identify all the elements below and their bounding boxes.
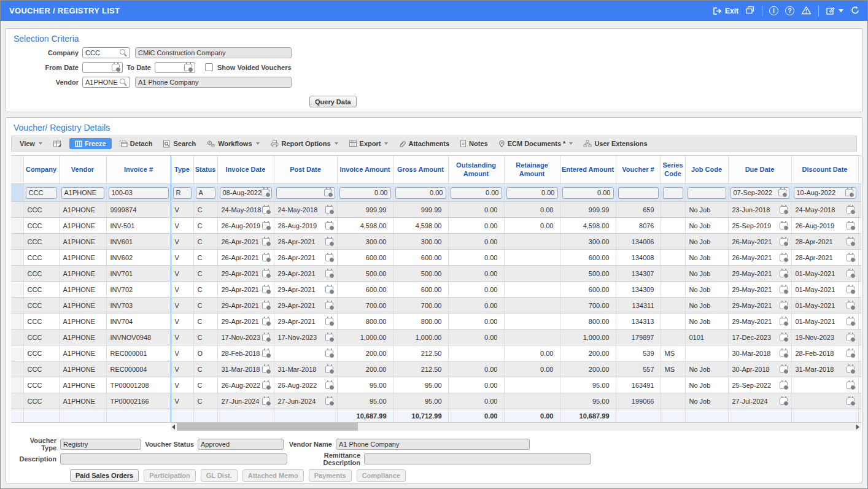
cell-retainage_amount[interactable]	[504, 282, 560, 298]
cell-outstanding_amount[interactable]: 0.00	[448, 393, 504, 409]
cell-retainage_amount[interactable]	[504, 314, 560, 329]
cell-voucher_no[interactable]: 8076	[616, 218, 661, 234]
row-selector[interactable]	[11, 298, 23, 314]
cell-series_code[interactable]	[661, 329, 685, 345]
calendar-icon[interactable]	[325, 318, 333, 325]
cell-retainage_amount[interactable]: 0.00	[504, 361, 560, 377]
cell-post_date[interactable]: 26-Aug-2019	[274, 218, 337, 234]
cell-post_date[interactable]: 26-Apr-2021	[274, 234, 337, 250]
cell-outstanding_amount[interactable]: 0.00	[448, 266, 504, 282]
cell-invoice_date[interactable]: 29-Apr-2021	[217, 314, 274, 329]
cell-vendor[interactable]: A1PHONE	[59, 234, 106, 250]
cell-status[interactable]: O	[193, 345, 217, 361]
calendar-icon[interactable]	[780, 318, 788, 325]
row-selector[interactable]	[11, 250, 23, 266]
cell-entered_amount[interactable]: 300.00	[560, 234, 616, 250]
cell-series_code[interactable]	[661, 314, 685, 329]
cell-retainage_amount[interactable]	[504, 234, 560, 250]
cell-outstanding_amount[interactable]: 0.00	[448, 377, 504, 393]
cell-discount_date[interactable]: 26-Aug-2019	[791, 218, 858, 234]
cell-discount_date[interactable]: 01-May-2021	[791, 314, 858, 329]
cell-status[interactable]: C	[193, 282, 217, 298]
cell-gross_amount[interactable]: 600.00	[393, 250, 448, 266]
cell-series_code[interactable]	[661, 282, 685, 298]
cell-job_code[interactable]: No Job	[685, 361, 728, 377]
footer-button-participation[interactable]: Participation	[144, 469, 196, 482]
calendar-icon[interactable]	[325, 350, 333, 357]
cell-series_code[interactable]	[661, 184, 685, 202]
calendar-icon[interactable]	[325, 222, 333, 229]
cell-gross_amount[interactable]: 999.99	[393, 202, 448, 218]
to-date-input[interactable]	[155, 62, 195, 73]
cell-vendor[interactable]: A1PHONE	[59, 377, 106, 393]
cell-outstanding_amount[interactable]	[448, 345, 504, 361]
exit-button[interactable]: Exit	[713, 7, 738, 15]
cell-voucher_no[interactable]: 659	[616, 202, 661, 218]
calendar-icon[interactable]	[112, 64, 120, 71]
cell-invoice_no[interactable]: INV-501	[106, 218, 171, 234]
cell-vendor[interactable]: A1PHONE	[59, 345, 106, 361]
row-selector[interactable]	[11, 393, 23, 409]
calendar-icon[interactable]	[847, 318, 854, 325]
cell-vendor[interactable]: A1PHONE	[59, 298, 106, 314]
cell-job_code[interactable]: 0101	[685, 329, 728, 345]
calendar-icon[interactable]	[847, 222, 854, 229]
cell-outstanding_amount[interactable]: 0.00	[448, 361, 504, 377]
calendar-icon[interactable]	[780, 254, 788, 261]
toolbar-notes-button[interactable]: Notes	[457, 139, 491, 148]
cell-outstanding_amount[interactable]: 0.00	[448, 218, 504, 234]
calendar-icon[interactable]	[847, 254, 854, 261]
cell-due_date[interactable]: 26-May-2021	[728, 234, 791, 250]
cell-type[interactable]: V	[171, 234, 193, 250]
show-voided-checkbox[interactable]	[205, 63, 213, 71]
cell-vendor[interactable]: A1PHONE	[59, 282, 106, 298]
cell-job_code[interactable]: No Job	[685, 218, 728, 234]
column-header-job_code[interactable]: Job Code	[685, 156, 728, 184]
description-field[interactable]	[60, 453, 287, 464]
cell-retainage_amount[interactable]	[504, 250, 560, 266]
column-header-retainage_amount[interactable]: Retainage Amount	[504, 156, 560, 184]
row-selector[interactable]	[11, 184, 23, 202]
cell-discount_date[interactable]: 19-Nov-2023	[791, 329, 858, 345]
cell-invoice_amount[interactable]: 700.00	[337, 298, 393, 314]
cell-retainage_amount[interactable]: 0.00	[504, 345, 560, 361]
cell-due_date[interactable]: 30-Apr-2018	[728, 361, 791, 377]
cell-invoice_date[interactable]: 29-Apr-2021	[217, 298, 274, 314]
cell-job_code[interactable]: No Job	[685, 377, 728, 393]
calendar-icon[interactable]	[780, 366, 788, 373]
column-header-status[interactable]: Status	[193, 156, 217, 184]
cell-entered_amount[interactable]: 700.00	[560, 298, 616, 314]
cell-post_date[interactable]: 29-Apr-2021	[274, 298, 337, 314]
cell-entered_amount[interactable]: 4,598.00	[560, 218, 616, 234]
cell-invoice_no[interactable]: TP00002166	[106, 393, 171, 409]
from-date-input[interactable]	[82, 62, 123, 73]
cell-voucher_no[interactable]: 134311	[616, 298, 661, 314]
calendar-icon[interactable]	[780, 382, 788, 389]
cell-invoice_amount[interactable]: 500.00	[337, 266, 393, 282]
cell-type[interactable]: V	[171, 218, 193, 234]
cell-entered_amount[interactable]: 500.00	[560, 266, 616, 282]
cell-company[interactable]: CCC	[23, 234, 59, 250]
cell-invoice_date[interactable]: 26-Apr-2021	[217, 250, 274, 266]
cell-status[interactable]: C	[193, 298, 217, 314]
calendar-icon[interactable]	[847, 334, 854, 341]
cell-invoice_amount[interactable]: 200.00	[337, 361, 393, 377]
cell-invoice_date[interactable]: 28-Feb-2018	[217, 345, 274, 361]
cell-series_code[interactable]: MS	[661, 345, 685, 361]
cell-invoice_date[interactable]: 24-May-2018	[217, 202, 274, 218]
cell-invoice_amount[interactable]: 300.00	[337, 234, 393, 250]
cell-due_date[interactable]: 27-Jul-2024	[728, 393, 791, 409]
footer-button-paid-sales-orders[interactable]: Paid Sales Orders	[70, 469, 139, 482]
scroll-right-arrow-icon[interactable]	[856, 425, 859, 429]
cell-company[interactable]: CCC	[23, 314, 59, 329]
cell-status[interactable]: C	[193, 393, 217, 409]
calendar-icon[interactable]	[847, 350, 854, 357]
table-row[interactable]: CCCA1PHONETP00002166VC27-Jun-202427-Jun-…	[11, 393, 861, 409]
cell-series_code[interactable]	[661, 377, 685, 393]
cell-post_date[interactable]: 26-Apr-2021	[274, 250, 337, 266]
cell-retainage_amount[interactable]: 0.00	[504, 184, 560, 202]
calendar-icon[interactable]	[778, 189, 786, 196]
table-row[interactable]: CCCA1PHONE9999874VC24-May-201824-May-201…	[11, 202, 861, 218]
cell-series_code[interactable]: MS	[661, 361, 685, 377]
cell-gross_amount[interactable]: 1,000.00	[393, 329, 448, 345]
